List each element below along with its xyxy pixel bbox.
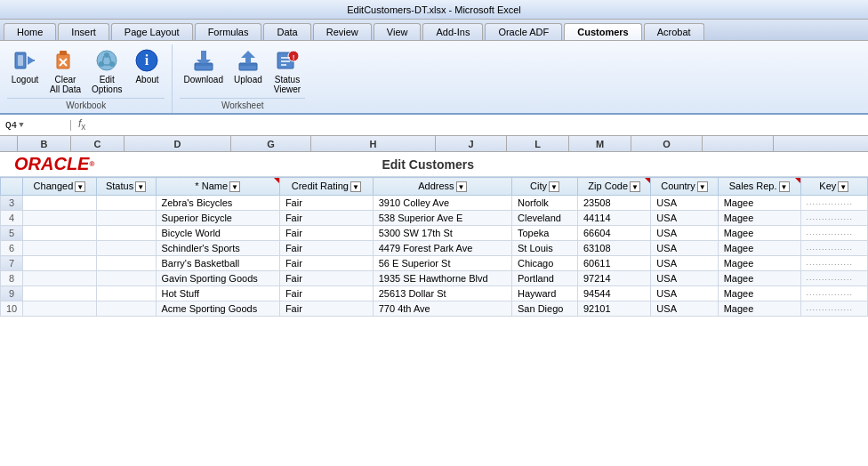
cell-country[interactable]: USA bbox=[651, 226, 718, 241]
cell-zipcode[interactable]: 94544 bbox=[578, 286, 651, 301]
column-filter-dropdown[interactable]: ▼ bbox=[456, 181, 467, 192]
cell-address[interactable]: 56 E Superior St bbox=[373, 256, 511, 271]
logout-button[interactable]: Logout bbox=[7, 44, 43, 86]
cell-city[interactable]: San Diego bbox=[512, 301, 578, 317]
edit-options-button[interactable]: EditOptions bbox=[88, 44, 125, 96]
cell-country[interactable]: USA bbox=[651, 301, 718, 317]
cell-address[interactable]: 538 Superior Ave E bbox=[373, 211, 511, 226]
status-viewer-button[interactable]: ! StatusViewer bbox=[269, 44, 305, 96]
tab-review[interactable]: Review bbox=[313, 23, 372, 40]
cell-address[interactable]: 770 4th Ave bbox=[373, 301, 511, 317]
cell-name[interactable]: Acme Sporting Goods bbox=[156, 301, 279, 317]
column-filter-dropdown[interactable]: ▼ bbox=[229, 181, 240, 192]
cell-ref-dropdown[interactable]: ▼ bbox=[19, 121, 23, 130]
cell-salesrep[interactable]: Magee bbox=[718, 256, 800, 271]
cell-status[interactable] bbox=[96, 256, 156, 271]
cell-salesrep[interactable]: Magee bbox=[718, 211, 800, 226]
clear-all-data-button[interactable]: ClearAll Data bbox=[46, 44, 84, 96]
column-filter-dropdown[interactable]: ▼ bbox=[350, 181, 361, 192]
cell-changed[interactable] bbox=[23, 286, 96, 301]
cell-changed[interactable] bbox=[23, 211, 96, 226]
cell-status[interactable] bbox=[96, 271, 156, 286]
cell-salesrep[interactable]: Magee bbox=[718, 271, 800, 286]
upload-button[interactable]: Upload bbox=[230, 44, 266, 86]
tab-acrobat[interactable]: Acrobat bbox=[644, 23, 704, 40]
cell-zipcode[interactable]: 44114 bbox=[578, 211, 651, 226]
cell-address[interactable]: 5300 SW 17th St bbox=[373, 226, 511, 241]
cell-country[interactable]: USA bbox=[651, 241, 718, 256]
cell-changed[interactable] bbox=[23, 271, 96, 286]
column-filter-dropdown[interactable]: ▼ bbox=[75, 181, 85, 192]
cell-changed[interactable] bbox=[23, 256, 96, 271]
tab-home[interactable]: Home bbox=[4, 23, 56, 40]
tab-formulas[interactable]: Formulas bbox=[195, 23, 262, 40]
cell-name[interactable]: Bicycle World bbox=[156, 226, 279, 241]
tab-add-ins[interactable]: Add-Ins bbox=[422, 23, 483, 40]
cell-creditrating[interactable]: Fair bbox=[279, 286, 373, 301]
cell-city[interactable]: St Louis bbox=[512, 241, 578, 256]
cell-salesrep[interactable]: Magee bbox=[718, 241, 800, 256]
cell-country[interactable]: USA bbox=[651, 271, 718, 286]
cell-salesrep[interactable]: Magee bbox=[718, 196, 800, 211]
cell-changed[interactable] bbox=[23, 301, 96, 317]
cell-zipcode[interactable]: 63108 bbox=[578, 241, 651, 256]
column-filter-dropdown[interactable]: ▼ bbox=[630, 181, 640, 192]
cell-salesrep[interactable]: Magee bbox=[718, 226, 800, 241]
cell-creditrating[interactable]: Fair bbox=[279, 241, 373, 256]
cell-creditrating[interactable]: Fair bbox=[279, 196, 373, 211]
cell-country[interactable]: USA bbox=[651, 286, 718, 301]
cell-zipcode[interactable]: 66604 bbox=[578, 226, 651, 241]
cell-zipcode[interactable]: 60611 bbox=[578, 256, 651, 271]
cell-changed[interactable] bbox=[23, 196, 96, 211]
cell-name[interactable]: Gavin Sporting Goods bbox=[156, 271, 279, 286]
cell-address[interactable]: 1935 SE Hawthorne Blvd bbox=[373, 271, 511, 286]
tab-data[interactable]: Data bbox=[263, 23, 310, 40]
cell-name[interactable]: Barry's Basketball bbox=[156, 256, 279, 271]
tab-insert[interactable]: Insert bbox=[58, 23, 109, 40]
cell-creditrating[interactable]: Fair bbox=[279, 256, 373, 271]
cell-reference[interactable]: Q4 ▼ bbox=[0, 120, 71, 131]
download-button[interactable]: Download bbox=[180, 44, 226, 86]
cell-city[interactable]: Hayward bbox=[512, 286, 578, 301]
cell-city[interactable]: Norfolk bbox=[512, 196, 578, 211]
cell-country[interactable]: USA bbox=[651, 196, 718, 211]
column-filter-dropdown[interactable]: ▼ bbox=[697, 181, 708, 192]
cell-status[interactable] bbox=[96, 301, 156, 317]
column-filter-dropdown[interactable]: ▼ bbox=[838, 181, 848, 192]
cell-changed[interactable] bbox=[23, 226, 96, 241]
cell-country[interactable]: USA bbox=[651, 256, 718, 271]
cell-creditrating[interactable]: Fair bbox=[279, 211, 373, 226]
column-filter-dropdown[interactable]: ▼ bbox=[135, 181, 146, 192]
column-filter-dropdown[interactable]: ▼ bbox=[549, 181, 559, 192]
cell-salesrep[interactable]: Magee bbox=[718, 301, 800, 317]
cell-status[interactable] bbox=[96, 196, 156, 211]
cell-changed[interactable] bbox=[23, 241, 96, 256]
cell-name[interactable]: Hot Stuff bbox=[156, 286, 279, 301]
tab-view[interactable]: View bbox=[374, 23, 422, 40]
cell-status[interactable] bbox=[96, 226, 156, 241]
cell-address[interactable]: 3910 Colley Ave bbox=[373, 196, 511, 211]
formula-input[interactable] bbox=[92, 120, 868, 131]
cell-name[interactable]: Zebra's Bicycles bbox=[156, 196, 279, 211]
cell-name[interactable]: Superior Bicycle bbox=[156, 211, 279, 226]
cell-creditrating[interactable]: Fair bbox=[279, 271, 373, 286]
cell-city[interactable]: Cleveland bbox=[512, 211, 578, 226]
cell-city[interactable]: Topeka bbox=[512, 226, 578, 241]
cell-creditrating[interactable]: Fair bbox=[279, 226, 373, 241]
cell-address[interactable]: 25613 Dollar St bbox=[373, 286, 511, 301]
cell-address[interactable]: 4479 Forest Park Ave bbox=[373, 241, 511, 256]
cell-city[interactable]: Chicago bbox=[512, 256, 578, 271]
cell-zipcode[interactable]: 23508 bbox=[578, 196, 651, 211]
tab-customers[interactable]: Customers bbox=[564, 23, 641, 40]
cell-status[interactable] bbox=[96, 211, 156, 226]
tab-page-layout[interactable]: Page Layout bbox=[111, 23, 193, 40]
cell-salesrep[interactable]: Magee bbox=[718, 286, 800, 301]
cell-zipcode[interactable]: 92101 bbox=[578, 301, 651, 317]
cell-name[interactable]: Schindler's Sports bbox=[156, 241, 279, 256]
cell-status[interactable] bbox=[96, 241, 156, 256]
cell-creditrating[interactable]: Fair bbox=[279, 301, 373, 317]
column-filter-dropdown[interactable]: ▼ bbox=[779, 181, 790, 192]
cell-status[interactable] bbox=[96, 286, 156, 301]
tab-oracle-adf[interactable]: Oracle ADF bbox=[485, 23, 562, 40]
cell-country[interactable]: USA bbox=[651, 211, 718, 226]
